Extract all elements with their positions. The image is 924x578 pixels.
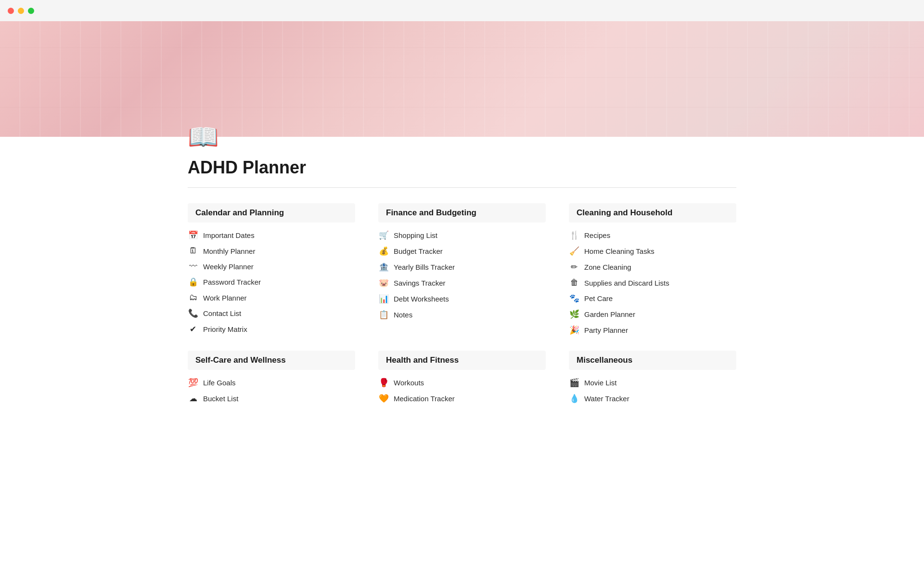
maximize-button[interactable]: [28, 8, 34, 14]
list-item[interactable]: 🌿Garden Planner: [569, 309, 736, 319]
list-item[interactable]: 🧹Home Cleaning Tasks: [569, 246, 736, 256]
list-item[interactable]: 🎬Movie List: [569, 378, 736, 388]
list-item[interactable]: 〰Weekly Planner: [188, 262, 355, 271]
item-label: Work Planner: [203, 294, 247, 302]
category-list-cleaning-household: 🍴Recipes🧹Home Cleaning Tasks✏Zone Cleani…: [569, 230, 736, 335]
list-item[interactable]: 🐷Savings Tracker: [378, 278, 546, 288]
item-label: Workouts: [394, 379, 424, 387]
list-item[interactable]: 💰Budget Tracker: [378, 246, 546, 256]
item-icon: 🏦: [378, 262, 389, 272]
list-item[interactable]: ✔Priority Matrix: [188, 324, 355, 334]
item-label: Party Planner: [584, 326, 628, 334]
categories-grid: Calendar and Planning📅Important Dates🗓Mo…: [188, 203, 736, 404]
item-label: Zone Cleaning: [584, 263, 631, 271]
item-label: Medication Tracker: [394, 394, 455, 403]
item-icon: 🥊: [378, 378, 389, 388]
list-item[interactable]: 🔒Password Tracker: [188, 277, 355, 287]
item-label: Weekly Planner: [203, 263, 254, 271]
item-label: Supplies and Discard Lists: [584, 279, 669, 287]
category-block-health-fitness: Health and Fitness🥊Workouts🧡Medication T…: [378, 351, 546, 404]
item-label: Movie List: [584, 379, 617, 387]
category-block-self-care-wellness: Self-Care and Wellness💯Life Goals☁Bucket…: [188, 351, 355, 404]
item-label: Pet Care: [584, 294, 613, 302]
item-label: Notes: [394, 311, 412, 319]
category-header-self-care-wellness: Self-Care and Wellness: [188, 351, 355, 370]
list-item[interactable]: 🏦Yearly Bills Tracker: [378, 262, 546, 272]
item-icon: 〰: [188, 262, 198, 271]
item-icon: 🌿: [569, 309, 579, 319]
item-icon: 🗓: [188, 246, 198, 256]
item-icon: 🧹: [569, 246, 579, 256]
item-icon: ☁: [188, 394, 198, 404]
minimize-button[interactable]: [18, 8, 24, 14]
category-header-miscellaneous: Miscellaneous: [569, 351, 736, 370]
item-label: Recipes: [584, 231, 610, 239]
list-item[interactable]: 🐾Pet Care: [569, 293, 736, 303]
item-icon: 🍴: [569, 230, 579, 240]
hero-banner: [0, 21, 924, 137]
list-item[interactable]: 🛒Shopping List: [378, 230, 546, 240]
list-item[interactable]: 📞Contact List: [188, 308, 355, 318]
category-header-finance-budgeting: Finance and Budgeting: [378, 203, 546, 223]
item-icon: 📞: [188, 308, 198, 318]
category-list-finance-budgeting: 🛒Shopping List💰Budget Tracker🏦Yearly Bil…: [378, 230, 546, 320]
category-block-miscellaneous: Miscellaneous🎬Movie List💧Water Tracker: [569, 351, 736, 404]
item-icon: 🛒: [378, 230, 389, 240]
category-list-miscellaneous: 🎬Movie List💧Water Tracker: [569, 378, 736, 404]
category-list-health-fitness: 🥊Workouts🧡Medication Tracker: [378, 378, 546, 404]
item-label: Priority Matrix: [203, 325, 247, 333]
list-item[interactable]: 🧡Medication Tracker: [378, 394, 546, 404]
list-item[interactable]: 💧Water Tracker: [569, 394, 736, 404]
item-label: Water Tracker: [584, 394, 629, 403]
item-label: Shopping List: [394, 231, 437, 239]
item-icon: 💰: [378, 246, 389, 256]
item-label: Important Dates: [203, 231, 255, 239]
item-icon: 💯: [188, 378, 198, 388]
close-button[interactable]: [8, 8, 14, 14]
item-label: Debt Worksheets: [394, 295, 449, 303]
category-block-finance-budgeting: Finance and Budgeting🛒Shopping List💰Budg…: [378, 203, 546, 335]
list-item[interactable]: 🎉Party Planner: [569, 325, 736, 335]
item-icon: 🐷: [378, 278, 389, 288]
list-item[interactable]: 🍴Recipes: [569, 230, 736, 240]
list-item[interactable]: 🗓Monthly Planner: [188, 246, 355, 256]
category-header-health-fitness: Health and Fitness: [378, 351, 546, 370]
list-item[interactable]: 📋Notes: [378, 310, 546, 320]
item-label: Life Goals: [203, 379, 236, 387]
titlebar: [0, 0, 924, 21]
list-item[interactable]: 🥊Workouts: [378, 378, 546, 388]
item-icon: 🧡: [378, 394, 389, 404]
item-icon: ✏: [569, 262, 579, 272]
category-header-calendar-planning: Calendar and Planning: [188, 203, 355, 223]
item-icon: 🎉: [569, 325, 579, 335]
category-header-cleaning-household: Cleaning and Household: [569, 203, 736, 223]
item-label: Contact List: [203, 309, 241, 317]
list-item[interactable]: ✏Zone Cleaning: [569, 262, 736, 272]
item-label: Monthly Planner: [203, 247, 255, 255]
item-label: Home Cleaning Tasks: [584, 247, 654, 255]
item-label: Garden Planner: [584, 310, 635, 318]
category-block-calendar-planning: Calendar and Planning📅Important Dates🗓Mo…: [188, 203, 355, 335]
main-content: 📖 ADHD Planner Calendar and Planning📅Imp…: [149, 122, 775, 433]
item-icon: 🗂: [188, 293, 198, 302]
list-item[interactable]: 💯Life Goals: [188, 378, 355, 388]
list-item[interactable]: 📅Important Dates: [188, 230, 355, 240]
item-label: Yearly Bills Tracker: [394, 263, 455, 271]
list-item[interactable]: 📊Debt Worksheets: [378, 294, 546, 304]
item-icon: 🔒: [188, 277, 198, 287]
category-block-cleaning-household: Cleaning and Household🍴Recipes🧹Home Clea…: [569, 203, 736, 335]
category-list-self-care-wellness: 💯Life Goals☁Bucket List: [188, 378, 355, 404]
item-label: Budget Tracker: [394, 247, 443, 255]
divider: [188, 187, 736, 188]
item-icon: 🐾: [569, 293, 579, 303]
page-title: ADHD Planner: [188, 158, 736, 178]
item-icon: 🗑: [569, 278, 579, 288]
item-icon: 🎬: [569, 378, 579, 388]
page-icon: 📖: [188, 122, 736, 152]
item-icon: 💧: [569, 394, 579, 404]
item-icon: 📋: [378, 310, 389, 320]
list-item[interactable]: 🗑Supplies and Discard Lists: [569, 278, 736, 288]
list-item[interactable]: ☁Bucket List: [188, 394, 355, 404]
item-icon: ✔: [188, 324, 198, 334]
list-item[interactable]: 🗂Work Planner: [188, 293, 355, 302]
